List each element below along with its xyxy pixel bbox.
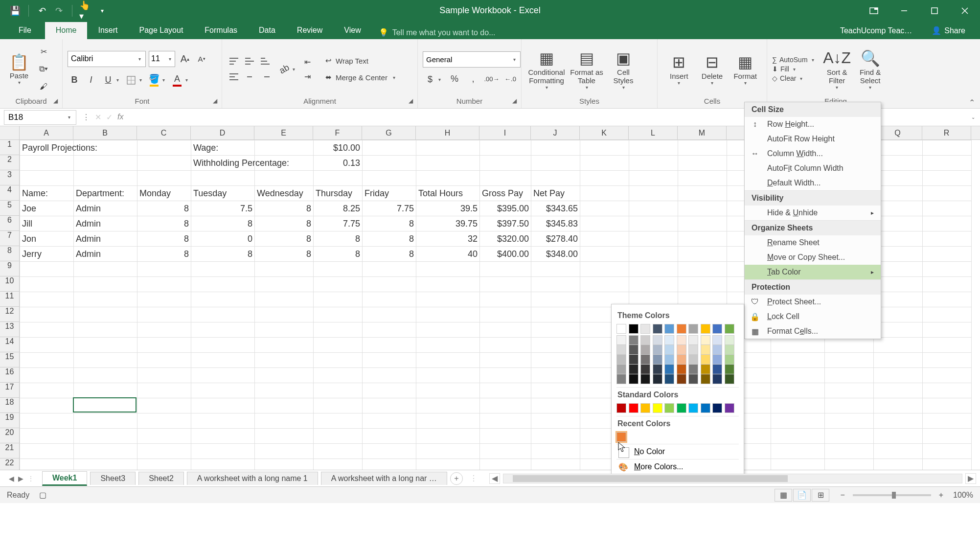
cell-D22[interactable] [191, 459, 255, 470]
cell-D21[interactable] [191, 444, 255, 459]
cell-J2[interactable] [531, 156, 580, 171]
cell-E4[interactable]: Wednesday [255, 186, 314, 201]
cell-J4[interactable]: Net Pay [531, 186, 580, 201]
wrap-text-button[interactable]: ↩Wrap Text [322, 54, 400, 67]
cell-K3[interactable] [580, 171, 629, 186]
color-swatch[interactable] [725, 374, 734, 384]
cell-G20[interactable] [363, 429, 416, 444]
cell-R15[interactable] [923, 353, 972, 368]
cell-H7[interactable]: 32 [416, 231, 480, 247]
row-header-1[interactable]: 1 [0, 140, 20, 155]
cell-B8[interactable]: Admin [74, 247, 137, 262]
cell-J17[interactable] [531, 383, 580, 398]
cell-R20[interactable] [923, 429, 972, 444]
cell-D8[interactable]: 8 [191, 247, 255, 262]
align-middle-icon[interactable] [243, 54, 256, 68]
row-header-22[interactable]: 22 [0, 458, 20, 470]
cell-R17[interactable] [923, 383, 972, 398]
row-header-8[interactable]: 8 [0, 246, 20, 261]
sheet-tab-long1[interactable]: A worksheet with a long name 1 [187, 472, 318, 485]
cell-G7[interactable]: 8 [363, 231, 416, 247]
increase-indent-icon[interactable]: ⇥ [301, 70, 314, 83]
cell-B11[interactable] [74, 292, 137, 307]
tell-me-search[interactable]: 💡 Tell me what you want to do... [372, 28, 502, 39]
cell-G21[interactable] [363, 444, 416, 459]
color-swatch[interactable] [712, 355, 722, 365]
menu-move-copy[interactable]: Move or Copy Sheet... [745, 250, 881, 265]
format-as-table-button[interactable]: ▤Format as Table▾ [567, 48, 607, 90]
color-swatch[interactable] [616, 345, 626, 355]
save-icon[interactable]: 💾 [9, 4, 22, 17]
cell-M2[interactable] [678, 156, 727, 171]
cell-R7[interactable] [923, 231, 972, 247]
paste-button[interactable]: 📋 Paste ▾ [5, 53, 33, 85]
cell-A1[interactable]: Payroll Projections: [20, 140, 74, 156]
cell-C11[interactable] [137, 292, 191, 307]
name-box[interactable]: B18▾ [4, 110, 76, 125]
cell-Q18[interactable] [874, 398, 923, 413]
cell-E3[interactable] [255, 171, 314, 186]
horizontal-scrollbar[interactable] [503, 474, 962, 483]
col-header-E[interactable]: E [254, 126, 313, 139]
cell-J10[interactable] [531, 277, 580, 292]
cell-B6[interactable]: Admin [74, 216, 137, 231]
color-swatch[interactable] [725, 345, 734, 355]
menu-row-height[interactable]: ↕Row Height... [745, 117, 881, 132]
color-swatch[interactable] [640, 403, 650, 413]
col-header-J[interactable]: J [531, 126, 580, 139]
color-swatch[interactable] [616, 432, 626, 442]
cell-R12[interactable] [923, 307, 972, 322]
col-header-C[interactable]: C [137, 126, 191, 139]
cell-H6[interactable]: 39.75 [416, 216, 480, 231]
number-launcher-icon[interactable]: ◢ [512, 97, 520, 105]
row-header-9[interactable]: 9 [0, 261, 20, 276]
cell-J19[interactable] [531, 413, 580, 429]
cell-H16[interactable] [416, 368, 480, 383]
row-header-10[interactable]: 10 [0, 276, 20, 292]
cell-A15[interactable] [20, 353, 74, 368]
cell-H18[interactable] [416, 398, 480, 413]
color-swatch[interactable] [629, 403, 638, 413]
row-header-5[interactable]: 5 [0, 201, 20, 216]
color-swatch[interactable] [701, 335, 710, 345]
cell-D19[interactable] [191, 413, 255, 429]
cell-L9[interactable] [629, 262, 678, 277]
col-header-H[interactable]: H [416, 126, 479, 139]
menu-format-cells[interactable]: ▦Format Cells... [745, 324, 881, 339]
cell-H22[interactable] [416, 459, 480, 470]
cell-A11[interactable] [20, 292, 74, 307]
row-header-6[interactable]: 6 [0, 216, 20, 231]
cell-H1[interactable] [416, 140, 480, 156]
cell-G11[interactable] [363, 292, 416, 307]
cell-M7[interactable] [678, 231, 727, 247]
cell-B18[interactable] [74, 398, 137, 413]
menu-autofit-column[interactable]: AutoFit Column Width [745, 161, 881, 176]
cell-D10[interactable] [191, 277, 255, 292]
fx-icon[interactable]: fx [117, 113, 123, 122]
cell-F12[interactable] [314, 307, 363, 322]
row-header-7[interactable]: 7 [0, 231, 20, 246]
align-center-icon[interactable] [243, 70, 256, 84]
cell-B20[interactable] [74, 429, 137, 444]
font-size-combo[interactable]: 11▾ [149, 51, 175, 67]
cell-E10[interactable] [255, 277, 314, 292]
color-swatch[interactable] [653, 355, 662, 365]
underline-button[interactable]: U▾ [101, 73, 121, 88]
undo-icon[interactable]: ↶ [36, 4, 48, 17]
close-icon[interactable] [950, 0, 980, 21]
comma-format-icon[interactable]: , [466, 72, 480, 86]
cell-A7[interactable]: Jon [20, 231, 74, 247]
color-swatch[interactable] [701, 365, 710, 374]
cell-F2[interactable]: 0.13 [314, 156, 363, 171]
col-header-K[interactable]: K [580, 126, 629, 139]
color-swatch[interactable] [677, 365, 686, 374]
cell-R1[interactable] [923, 140, 972, 156]
macro-record-icon[interactable]: ▢ [39, 490, 46, 500]
cell-C20[interactable] [137, 429, 191, 444]
color-swatch[interactable] [677, 324, 686, 334]
clipboard-launcher-icon[interactable]: ◢ [53, 97, 61, 105]
view-normal-icon[interactable]: ▦ [775, 489, 792, 502]
cell-J3[interactable] [531, 171, 580, 186]
row-header-15[interactable]: 15 [0, 352, 20, 367]
cell-B2[interactable] [74, 156, 137, 171]
